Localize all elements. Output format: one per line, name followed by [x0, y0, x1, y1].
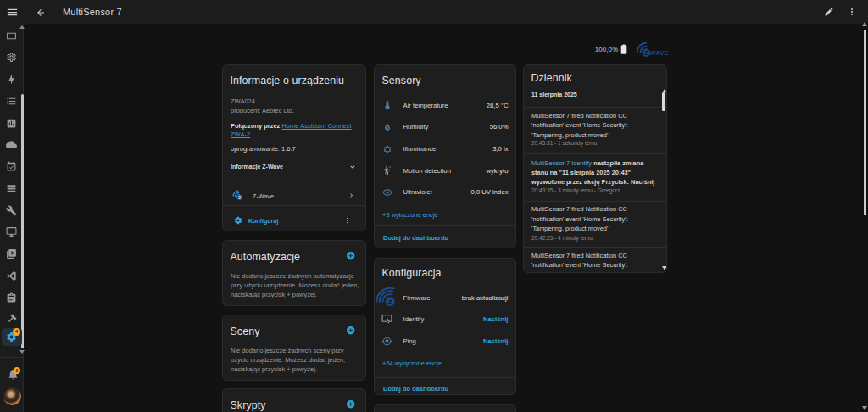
svg-text:Z: Z [387, 298, 392, 305]
svg-text:Z: Z [644, 49, 648, 57]
svg-text:Z: Z [238, 196, 241, 200]
svg-text:WAVE: WAVE [650, 49, 669, 57]
